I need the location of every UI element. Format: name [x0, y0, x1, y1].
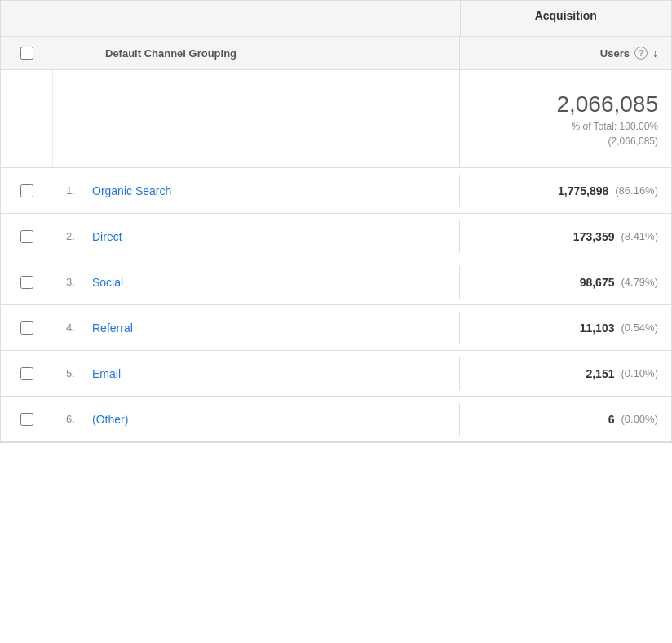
totals-row: 2,066,085 % of Total: 100.00% (2,066,085…	[1, 70, 671, 168]
users-percent: (0.54%)	[621, 322, 658, 334]
users-number: 2,151	[586, 367, 614, 380]
users-percent: (0.10%)	[621, 367, 658, 379]
row-channel-cell: 6. (Other)	[53, 403, 459, 436]
row-rank: 5.	[66, 367, 82, 379]
users-percent: (4.79%)	[621, 276, 658, 288]
row-channel-cell: 2. Direct	[53, 220, 459, 253]
totals-users-cell: 2,066,085 % of Total: 100.00% (2,066,085…	[459, 70, 671, 167]
sort-down-icon[interactable]: ↓	[652, 47, 658, 60]
channel-link[interactable]: Social	[92, 276, 123, 289]
row-checkbox[interactable]	[20, 230, 33, 243]
channel-link[interactable]: Organic Search	[92, 184, 171, 197]
row-rank: 2.	[66, 230, 82, 242]
channel-link[interactable]: Referral	[92, 322, 133, 335]
table-row: 6. (Other) 6 (0.00%)	[1, 397, 671, 442]
totals-total-parens: (2,066,085)	[608, 135, 658, 147]
row-checkbox-cell	[1, 230, 53, 243]
header-top-left-spacer	[1, 1, 460, 37]
row-rank: 1.	[66, 184, 82, 197]
header-top-row: Acquisition	[1, 1, 671, 37]
row-users-cell: 1,775,898 (86.16%)	[459, 175, 671, 207]
row-rank: 3.	[66, 276, 82, 288]
channel-link[interactable]: (Other)	[92, 413, 128, 426]
row-channel-cell: 5. Email	[53, 357, 459, 390]
row-users-cell: 11,103 (0.54%)	[459, 312, 671, 344]
users-header: Users ? ↓	[459, 37, 671, 69]
analytics-table: Acquisition Default Channel Grouping Use…	[0, 0, 672, 443]
totals-checkbox-cell	[1, 70, 53, 167]
totals-percent-label: % of Total: 100.00%	[571, 121, 658, 132]
channel-grouping-label: Default Channel Grouping	[105, 47, 237, 60]
totals-users-count: 2,066,085	[556, 91, 658, 118]
users-percent: (0.00%)	[621, 413, 658, 425]
users-number: 173,359	[573, 230, 615, 243]
acquisition-label: Acquisition	[535, 9, 597, 22]
channel-grouping-header: Default Channel Grouping	[53, 37, 459, 69]
row-users-cell: 2,151 (0.10%)	[459, 357, 671, 390]
totals-channel-cell	[53, 70, 459, 167]
row-checkbox[interactable]	[20, 367, 33, 380]
row-channel-cell: 3. Social	[53, 266, 459, 299]
row-rank: 6.	[66, 413, 82, 425]
column-headers: Default Channel Grouping Users ? ↓	[1, 37, 671, 70]
table-row: 1. Organic Search 1,775,898 (86.16%)	[1, 168, 671, 214]
users-number: 11,103	[580, 322, 615, 335]
users-help-icon[interactable]: ?	[634, 47, 648, 60]
row-checkbox-cell	[1, 276, 53, 289]
users-percent: (86.16%)	[615, 184, 658, 197]
row-users-cell: 173,359 (8.41%)	[459, 220, 671, 253]
channel-link[interactable]: Email	[92, 367, 121, 380]
users-number: 1,775,898	[558, 184, 608, 197]
row-rank: 4.	[66, 322, 82, 334]
select-all-checkbox[interactable]	[20, 47, 33, 60]
channel-link[interactable]: Direct	[92, 230, 122, 243]
users-percent: (8.41%)	[621, 230, 658, 242]
header-checkbox-cell	[1, 37, 53, 69]
table-row: 2. Direct 173,359 (8.41%)	[1, 214, 671, 259]
row-checkbox-cell	[1, 322, 53, 335]
row-checkbox[interactable]	[20, 322, 33, 335]
row-users-cell: 98,675 (4.79%)	[459, 266, 671, 299]
row-checkbox[interactable]	[20, 184, 33, 197]
table-row: 4. Referral 11,103 (0.54%)	[1, 305, 671, 351]
users-number: 98,675	[580, 276, 615, 289]
row-channel-cell: 4. Referral	[53, 312, 459, 344]
users-label: Users	[600, 47, 630, 60]
row-checkbox-cell	[1, 413, 53, 426]
data-rows-container: 1. Organic Search 1,775,898 (86.16%) 2. …	[1, 168, 671, 442]
row-checkbox-cell	[1, 367, 53, 380]
table-row: 3. Social 98,675 (4.79%)	[1, 259, 671, 305]
table-row: 5. Email 2,151 (0.10%)	[1, 351, 671, 397]
row-checkbox-cell	[1, 184, 53, 197]
row-users-cell: 6 (0.00%)	[459, 403, 671, 436]
acquisition-header: Acquisition	[460, 1, 671, 37]
row-checkbox[interactable]	[20, 276, 33, 289]
row-channel-cell: 1. Organic Search	[53, 175, 459, 207]
row-checkbox[interactable]	[20, 413, 33, 426]
users-number: 6	[608, 413, 615, 426]
